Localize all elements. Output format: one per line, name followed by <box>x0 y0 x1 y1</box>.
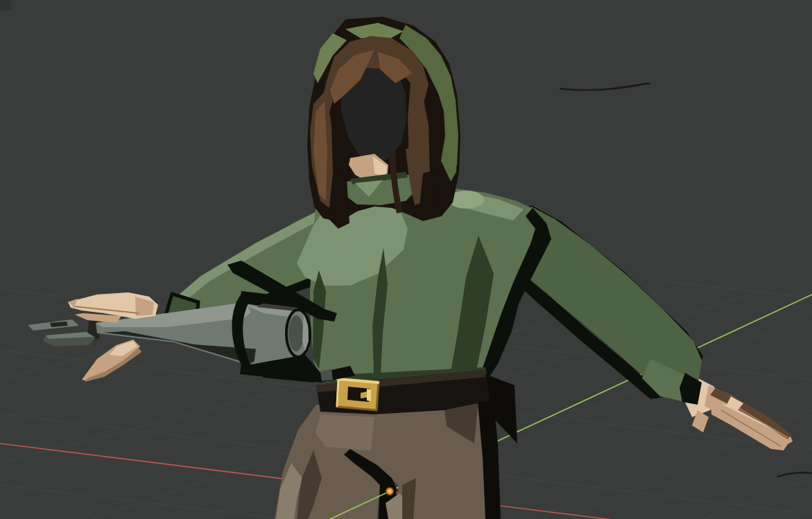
viewport-canvas[interactable] <box>0 0 812 519</box>
head <box>307 17 460 229</box>
buckle-highlight <box>337 380 338 406</box>
rifle-butt-inner <box>288 315 304 351</box>
belt-buckle <box>337 378 379 410</box>
buckle-prong-edge <box>367 389 371 401</box>
corner-shade <box>0 0 11 10</box>
origin-dot[interactable] <box>386 488 394 495</box>
origin-dot-core <box>388 490 391 493</box>
viewport-window <box>0 0 812 519</box>
